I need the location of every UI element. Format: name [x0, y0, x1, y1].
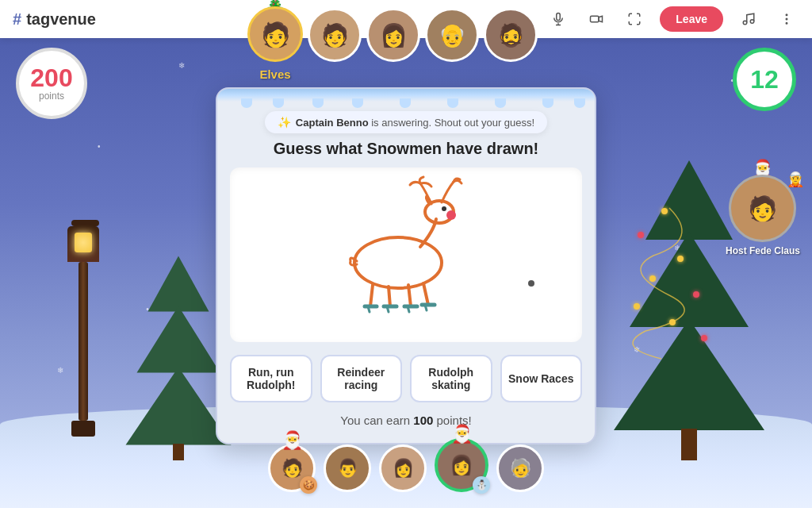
expand-button[interactable]	[622, 6, 647, 32]
svg-point-7	[786, 14, 787, 16]
top-avatar-4: 🧔	[484, 3, 538, 62]
svg-point-6	[750, 20, 754, 24]
points-display: 200 points	[16, 48, 87, 119]
avatar-badge-4: ⛄	[473, 476, 490, 494]
ice-drip-5	[400, 98, 411, 108]
svg-rect-3	[591, 16, 599, 22]
ice-drip-1	[241, 98, 252, 108]
top-avatar-3: 👴	[425, 3, 479, 62]
top-avatar-2: 👩	[366, 3, 420, 62]
bottom-avatar-5: 🧓	[496, 444, 544, 492]
santa-hat-4: 🎅	[451, 424, 473, 444]
bottom-avatar-4: 🎅 👩 ⛄	[435, 438, 488, 492]
announcement-text: Captain Benno is answering. Shout out yo…	[296, 117, 534, 129]
top-avatar-1: 🧑	[308, 3, 362, 62]
modal-ice-decoration	[217, 89, 595, 102]
leave-button[interactable]: Leave	[660, 6, 723, 32]
svg-point-10	[354, 237, 442, 288]
bottom-avatar-1: 🎅 🧑 🍪	[268, 444, 316, 492]
top-bar-controls: Leave	[546, 6, 799, 32]
svg-point-13	[442, 206, 446, 211]
video-button[interactable]	[584, 6, 609, 32]
music-button[interactable]	[736, 6, 761, 32]
team-avatar-elves: 🎄 🧑 Elves	[247, 6, 303, 62]
host-section: 🎅 🧑 🧝 Host Fede Claus	[726, 175, 800, 256]
svg-marker-4	[599, 16, 603, 22]
ice-drip-9	[574, 98, 585, 108]
host-label: Host Fede Claus	[726, 245, 800, 256]
points-earn-prefix: You can earn	[340, 414, 410, 427]
ice-drip-4	[352, 98, 363, 108]
drawing-area	[230, 167, 582, 342]
bottom-avatar-3: 👩	[379, 444, 427, 492]
points-earn-message: You can earn 100 points!	[217, 414, 595, 427]
points-circle: 200 points	[16, 48, 87, 119]
avatar-badge-1: 🍪	[300, 476, 317, 494]
reindeer-svg	[303, 175, 509, 334]
ice-drip-2	[273, 98, 284, 108]
cursor	[528, 280, 534, 287]
points-value: 200	[30, 65, 72, 90]
announcement-suffix: is answering. Shout out your guess!	[371, 117, 534, 129]
bottom-avatars-row: 🎅 🧑 🍪 👨 👩 🎅 👩 ⛄ 🧓	[0, 438, 812, 492]
points-label: points	[39, 90, 64, 102]
modal-bottom-ice	[216, 389, 596, 403]
timer-circle: 12	[733, 48, 796, 111]
timer-value: 12	[750, 65, 779, 94]
bottom-avatar-2: 👨	[324, 444, 371, 492]
logo-text: tagvenue	[26, 10, 96, 29]
more-button[interactable]	[774, 6, 799, 32]
mic-button[interactable]	[546, 6, 571, 32]
ice-drip-8	[542, 98, 553, 108]
announcement-banner: ✨ Captain Benno is answering. Shout out …	[265, 111, 547, 133]
ice-drip-3	[312, 98, 324, 108]
lamppost	[67, 226, 99, 437]
svg-point-8	[786, 18, 787, 20]
logo: # tagvenue	[13, 10, 96, 29]
points-earn-amount: 100	[413, 414, 433, 427]
svg-point-9	[786, 23, 787, 25]
ice-drip-6	[447, 98, 458, 108]
announcer-name: Captain Benno	[296, 117, 369, 129]
bottom-avatar-circle-3: 👩	[379, 444, 427, 492]
bottom-avatar-circle-5: 🧓	[496, 444, 544, 492]
modal-title: Guess what Snowmen have drawn!	[217, 140, 595, 158]
ice-drip-7	[495, 98, 506, 108]
svg-rect-0	[557, 13, 561, 21]
top-avatars-row: 🎄 🧑 Elves 🧑 👩 👴 🧔	[247, 3, 538, 62]
svg-point-12	[446, 210, 456, 220]
bottom-avatar-circle-2: 👨	[324, 444, 371, 492]
timer-display: 12	[733, 48, 796, 111]
svg-point-5	[743, 21, 747, 25]
santa-hat-1: 🎅	[282, 430, 303, 451]
logo-hash: #	[13, 10, 21, 29]
